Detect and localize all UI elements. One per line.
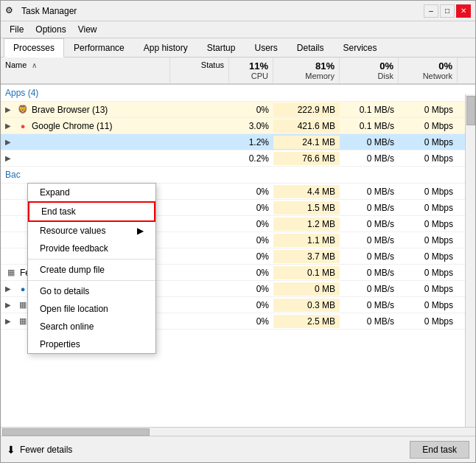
col-header-cpu[interactable]: 11% CPU: [229, 58, 273, 83]
selected-status: [170, 141, 229, 144]
col-header-status[interactable]: Status: [170, 58, 229, 83]
menu-options[interactable]: Options: [29, 23, 71, 36]
chrome-status: [170, 125, 229, 128]
ctx-separator-2: [28, 280, 155, 281]
tab-startup[interactable]: Startup: [197, 38, 245, 58]
scrollbar-thumb[interactable]: [466, 96, 475, 125]
menu-bar: File Options View: [1, 21, 475, 38]
ctx-resource-values[interactable]: Resource values ▶: [28, 222, 155, 240]
apps-section-header: Apps (4): [1, 85, 475, 102]
bottom-bar: ⬇ Fewer details End task: [1, 436, 475, 462]
vertical-scrollbar[interactable]: [465, 94, 475, 427]
table-row[interactable]: ▶ ● Google Chrome (11) 3.0% 421.6 MB 0.1…: [1, 118, 475, 134]
brave-disk: 0.1 MB/s: [340, 103, 399, 116]
expand-icon: ▶: [5, 317, 14, 325]
process-name-selected: ▶: [1, 135, 170, 150]
process-name-4: ▶: [1, 151, 170, 166]
process-table: Name ∧ Status 11% CPU 81% Memory 0% Disk…: [1, 58, 475, 427]
table-row[interactable]: ▶ 🦁 Brave Browser (13) 0% 222.9 MB 0.1 M…: [1, 102, 475, 118]
menu-file[interactable]: File: [4, 23, 29, 36]
tab-performance[interactable]: Performance: [64, 38, 134, 58]
brave-network: 0 Mbps: [399, 103, 458, 116]
brave-icon: 🦁: [17, 104, 29, 116]
selected-memory: 24.1 MB: [273, 136, 340, 149]
col-header-memory[interactable]: 81% Memory: [273, 58, 340, 83]
ctx-open-file-location[interactable]: Open file location: [28, 300, 155, 318]
chrome-memory: 421.6 MB: [273, 119, 340, 133]
maximize-button[interactable]: □: [440, 4, 455, 18]
fewer-details-button[interactable]: ⬇ Fewer details: [7, 444, 72, 456]
app4-status: [170, 157, 229, 160]
ctx-search-online[interactable]: Search online: [28, 318, 155, 335]
ctx-create-dump[interactable]: Create dump file: [28, 261, 155, 279]
task-manager-window: ⚙ Task Manager – □ ✕ File Options View P…: [0, 0, 476, 463]
background-section-label: Bac: [1, 167, 170, 183]
title-bar-controls: – □ ✕: [424, 4, 471, 18]
submenu-arrow-icon: ▶: [137, 226, 144, 236]
brave-cpu: 0%: [229, 103, 273, 116]
app4-cpu: 0.2%: [229, 152, 273, 165]
col-header-disk[interactable]: 0% Disk: [340, 58, 399, 83]
title-bar-left: ⚙ Task Manager: [5, 5, 77, 17]
chrome-disk: 0.1 MB/s: [340, 119, 399, 133]
tab-app-history[interactable]: App history: [134, 38, 197, 58]
expand-icon: ▶: [5, 301, 14, 309]
expand-icon: ▶: [5, 154, 14, 162]
title-bar: ⚙ Task Manager – □ ✕: [1, 1, 475, 21]
app4-memory: 76.6 MB: [273, 152, 340, 165]
chrome-cpu: 3.0%: [229, 119, 273, 133]
horizontal-scrollbar[interactable]: [1, 427, 475, 436]
background-section-header: Bac: [1, 167, 475, 184]
tab-details[interactable]: Details: [287, 38, 334, 58]
app4-network: 0 Mbps: [399, 152, 458, 165]
process-name-brave: ▶ 🦁 Brave Browser (13): [1, 102, 170, 117]
col-header-network[interactable]: 0% Network: [399, 58, 458, 83]
app-icon: ⚙: [5, 5, 17, 17]
expand-icon: ▶: [5, 105, 14, 114]
table-header: Name ∧ Status 11% CPU 81% Memory 0% Disk…: [1, 58, 475, 85]
chrome-icon: ●: [17, 120, 29, 132]
table-row[interactable]: ▶ 0.2% 76.6 MB 0 MB/s 0 Mbps: [1, 150, 475, 167]
selected-cpu: 1.2%: [229, 136, 273, 149]
ctx-end-task[interactable]: End task: [28, 201, 155, 222]
app4-icon: [17, 153, 29, 164]
ctx-provide-feedback[interactable]: Provide feedback: [28, 240, 155, 257]
selected-disk: 0 MB/s: [340, 136, 399, 149]
window-title: Task Manager: [21, 6, 77, 16]
selected-network: 0 Mbps: [399, 136, 458, 149]
tab-bar: Processes Performance App history Startu…: [1, 38, 475, 58]
sort-arrow-icon: ∧: [32, 61, 37, 69]
process-name-chrome: ▶ ● Google Chrome (11): [1, 119, 170, 133]
ctx-properties[interactable]: Properties: [28, 335, 155, 353]
ctx-expand[interactable]: Expand: [28, 184, 155, 201]
col-header-name[interactable]: Name ∧: [1, 58, 170, 83]
table-row[interactable]: ▶ 1.2% 24.1 MB 0 MB/s 0 Mbps: [1, 134, 475, 150]
menu-view[interactable]: View: [72, 23, 103, 36]
brave-memory: 222.9 MB: [273, 103, 340, 116]
tab-processes[interactable]: Processes: [4, 38, 64, 58]
selected-app-icon: [17, 136, 29, 148]
expand-icon: ▶: [5, 122, 14, 130]
expand-icon: ▶: [5, 138, 14, 146]
features-icon: ▦: [5, 267, 17, 279]
tab-services[interactable]: Services: [334, 38, 387, 58]
end-task-button[interactable]: End task: [410, 441, 469, 459]
ctx-go-to-details[interactable]: Go to details: [28, 282, 155, 300]
h-scrollbar-thumb[interactable]: [2, 428, 150, 436]
ctx-separator-1: [28, 259, 155, 260]
chrome-network: 0 Mbps: [399, 119, 458, 133]
close-button[interactable]: ✕: [456, 4, 471, 18]
brave-status: [170, 108, 229, 111]
minimize-button[interactable]: –: [424, 4, 438, 18]
context-menu: Expand End task Resource values ▶ Provid…: [27, 183, 156, 354]
expand-icon: ▶: [5, 285, 14, 293]
tab-users[interactable]: Users: [245, 38, 287, 58]
apps-section-label: Apps (4): [1, 85, 170, 101]
fewer-details-icon: ⬇: [7, 444, 15, 456]
app4-disk: 0 MB/s: [340, 152, 399, 165]
